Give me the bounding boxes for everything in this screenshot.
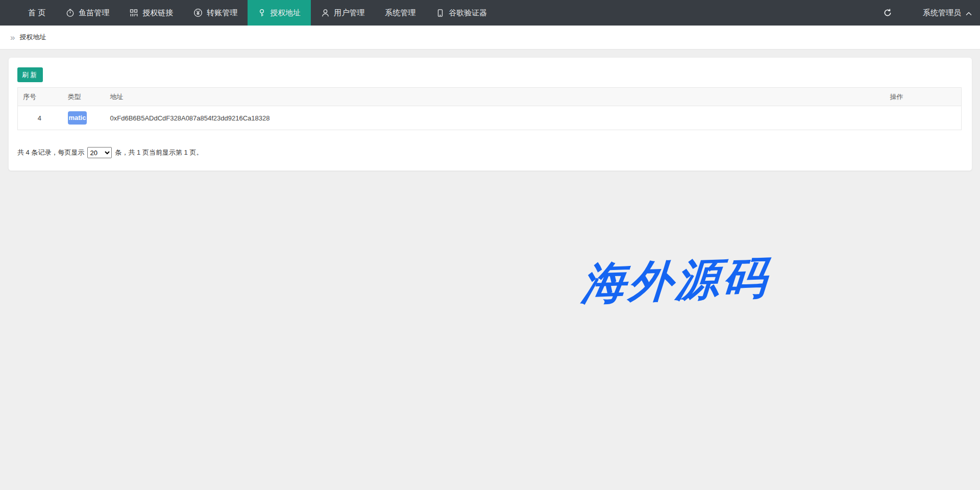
breadcrumb-title: 授权地址 [19, 33, 46, 42]
column-header-type: 类型 [61, 88, 110, 106]
refresh-button[interactable]: 刷新 [17, 67, 43, 82]
watermark-text: 海外源码 [580, 248, 772, 314]
breadcrumb: » 授权地址 [0, 26, 980, 50]
cell-seq: 4 [18, 106, 61, 130]
nav-item-home[interactable]: 首 页 [18, 0, 56, 26]
nav-item-google-authenticator[interactable]: 谷歌验证器 [426, 0, 497, 26]
pagination-prefix: 共 4 条记录，每页显示 [17, 148, 84, 157]
nav-item-label: 谷歌验证器 [449, 8, 487, 18]
type-badge: matic [68, 111, 87, 125]
table-header-row: 序号 类型 地址 操作 [18, 88, 962, 106]
navbar-right: 系统管理员 [883, 0, 980, 26]
nav-item-auth-address[interactable]: 授权地址 [248, 0, 311, 26]
timer-icon [66, 9, 75, 17]
nav-item-label: 系统管理 [385, 8, 415, 18]
refresh-icon[interactable] [883, 8, 892, 17]
auth-address-table: 序号 类型 地址 操作 4 matic 0xFd6B6B5ADdCdF328A0… [17, 87, 962, 130]
nav-item-label: 授权链接 [142, 8, 173, 18]
nav-item-fry-management[interactable]: 鱼苗管理 [56, 0, 119, 26]
cell-type: matic [61, 106, 110, 130]
key-icon [258, 9, 266, 17]
nav-item-system-management[interactable]: 系统管理 [375, 0, 426, 26]
table-row: 4 matic 0xFd6B6B5ADdCdF328A087a854f23dd9… [18, 106, 962, 130]
pagination-suffix: 条，共 1 页当前显示第 1 页。 [115, 148, 203, 157]
phone-icon [436, 9, 445, 17]
column-header-address: 地址 [110, 88, 885, 106]
nav-item-label: 首 页 [28, 8, 45, 18]
nav-item-label: 鱼苗管理 [79, 8, 109, 18]
nav-item-label: 授权地址 [270, 8, 301, 18]
user-name: 系统管理员 [923, 8, 961, 18]
cell-action [885, 106, 962, 130]
cell-address: 0xFd6B6B5ADdCdF328A087a854f23dd9216Ca183… [110, 106, 885, 130]
user-menu[interactable]: 系统管理员 [923, 8, 972, 18]
double-chevron-icon: » [10, 33, 15, 42]
pagination-bar: 共 4 条记录，每页显示 20 条，共 1 页当前显示第 1 页。 [17, 147, 962, 158]
nav-item-auth-links[interactable]: 授权链接 [119, 0, 183, 26]
top-navbar: 首 页 鱼苗管理 [0, 0, 980, 26]
yen-circle-icon [193, 8, 203, 17]
column-header-action: 操作 [885, 88, 962, 106]
content-area: 刷新 序号 类型 地址 操作 4 matic 0xFd6B6B5ADdCdF32… [0, 50, 980, 171]
user-icon [321, 9, 330, 17]
nav-item-label: 转账管理 [207, 8, 237, 18]
auth-address-panel: 刷新 序号 类型 地址 操作 4 matic 0xFd6B6B5ADdCdF32… [8, 57, 972, 171]
qr-icon [130, 9, 138, 17]
nav-item-label: 用户管理 [334, 8, 364, 18]
page-size-select[interactable]: 20 [87, 147, 112, 158]
nav-item-transfer-management[interactable]: 转账管理 [183, 0, 248, 26]
nav-menu: 首 页 鱼苗管理 [0, 0, 497, 26]
column-header-seq: 序号 [18, 88, 61, 106]
nav-item-user-management[interactable]: 用户管理 [311, 0, 375, 26]
chevron-up-icon [966, 9, 972, 17]
